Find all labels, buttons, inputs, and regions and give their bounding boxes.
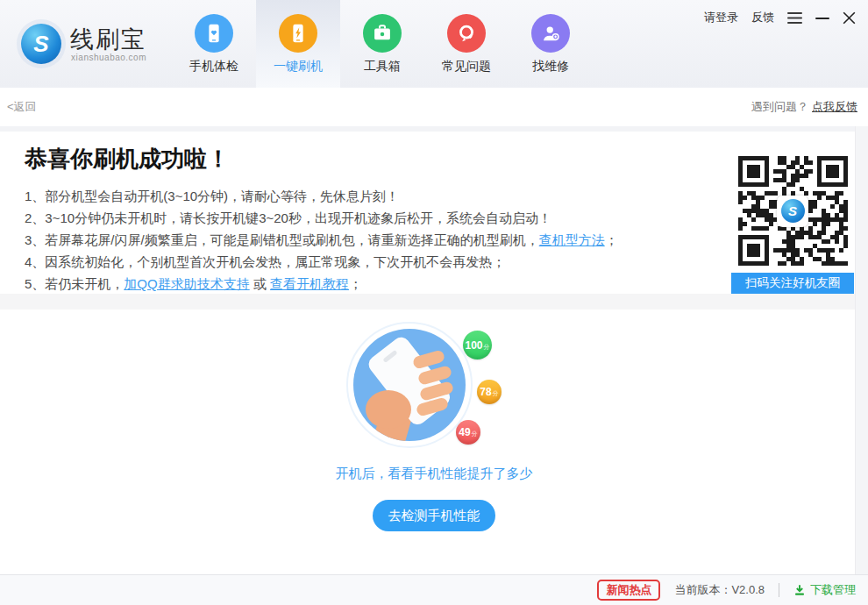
version-text: 当前版本：V2.0.8: [674, 582, 765, 598]
footer: 新闻热点 当前版本：V2.0.8 下载管理: [0, 574, 868, 605]
brand-logo: S 线刷宝 xianshuabao.com: [0, 0, 172, 88]
tip-line-5: 5、若仍未开机，加QQ群求助技术支持 或 查看开机教程；: [25, 273, 717, 295]
header: S 线刷宝 xianshuabao.com 手机体检: [0, 0, 868, 88]
tip-text: 或: [250, 276, 270, 291]
performance-section: 100分 78分 49分 开机后，看看手机性能提升了多少 去检测手机性能: [0, 310, 868, 575]
app-window: S 线刷宝 xianshuabao.com 手机体检: [0, 0, 868, 605]
score-badge-49: 49分: [456, 420, 480, 445]
back-button[interactable]: <返回: [7, 99, 37, 115]
brand-name: 线刷宝: [70, 26, 146, 53]
performance-caption: 开机后，看看手机性能提升了多少: [336, 466, 533, 482]
toolbox-icon: [363, 14, 402, 53]
tip-line-2: 2、3~10分钟仍未开机时，请长按开机键3~20秒，出现开机迹象后松开，系统会自…: [25, 207, 717, 229]
tip-text: ；: [349, 276, 362, 291]
tip-text: 4、因系统初始化，个别机型首次开机会发热，属正常现象，下次开机不会再发热；: [25, 254, 505, 269]
issue-prompt: 遇到问题？: [751, 99, 808, 115]
phone-heart-icon: [195, 14, 233, 53]
download-manager-link[interactable]: 下载管理: [793, 582, 856, 598]
issue-feedback-link[interactable]: 点我反馈: [812, 99, 857, 115]
subbar: <返回 遇到问题？ 点我反馈: [0, 88, 868, 126]
tip-line-3: 3、若屏幕花屏/闪屏/频繁重启，可能是刷错机型或刷机包，请重新选择正确的机型刷机…: [25, 229, 717, 251]
score-badge-100: 100分: [463, 331, 492, 359]
brand-text: 线刷宝 xianshuabao.com: [70, 26, 146, 62]
check-performance-button[interactable]: 去检测手机性能: [373, 500, 495, 531]
qr-center-logo: S: [777, 196, 808, 227]
phone-flash-icon: [279, 14, 317, 53]
flash-success-section: 恭喜你刷机成功啦！ 1、部分机型会自动开机(3~10分钟)，请耐心等待，先休息片…: [0, 132, 868, 294]
main-nav: 手机体检 一键刷机: [172, 0, 593, 88]
tip-text: 1、部分机型会自动开机(3~10分钟)，请耐心等待，先休息片刻！: [25, 189, 399, 203]
nav-item-one-key-flash[interactable]: 一键刷机: [256, 0, 340, 88]
brand-domain: xianshuabao.com: [71, 53, 146, 62]
badge-value: 78: [480, 386, 491, 398]
download-icon: [793, 584, 806, 596]
badge-unit: 分: [472, 430, 478, 438]
qr-code: S: [738, 156, 848, 266]
badge-unit: 分: [484, 343, 490, 352]
qq-group-link[interactable]: 加QQ群求助技术支持: [124, 276, 249, 291]
tips-list: 1、部分机型会自动开机(3~10分钟)，请耐心等待，先休息片刻！ 2、3~10分…: [25, 185, 717, 295]
minimize-icon[interactable]: [815, 11, 829, 24]
tip-text: ；: [605, 232, 618, 247]
brand-logo-icon: S: [21, 24, 61, 64]
issue-help: 遇到问题？ 点我反馈: [751, 99, 857, 115]
nav-item-label: 工具箱: [364, 59, 401, 75]
tip-text: 3、若屏幕花屏/闪屏/频繁重启，可能是刷错机型或刷机包，请重新选择正确的机型刷机…: [25, 232, 539, 247]
nav-item-label: 一键刷机: [274, 59, 323, 75]
question-bubble-icon: [447, 14, 486, 53]
nav-item-label: 手机体检: [189, 59, 238, 75]
nav-item-faq[interactable]: 常见问题: [424, 0, 509, 88]
feedback-link[interactable]: 反馈: [751, 10, 774, 25]
score-badge-78: 78分: [477, 380, 502, 404]
nav-item-label: 常见问题: [442, 59, 491, 75]
badge-value: 100: [465, 339, 482, 352]
login-link[interactable]: 请登录: [704, 10, 738, 25]
illustration: 100分 78分 49分: [346, 318, 522, 459]
boot-tutorial-link[interactable]: 查看开机教程: [270, 276, 349, 291]
section-divider: [0, 294, 868, 310]
repairman-icon: [531, 14, 570, 53]
nav-item-find-repair[interactable]: 找维修: [509, 0, 593, 88]
close-icon[interactable]: [843, 11, 856, 25]
qr-column: S 扫码关注好机友圈: [731, 156, 854, 294]
badge-value: 49: [459, 426, 470, 438]
qr-banner-label: 扫码关注好机友圈: [731, 273, 854, 294]
tip-text: 5、若仍未开机，: [25, 276, 124, 291]
tip-line-1: 1、部分机型会自动开机(3~10分钟)，请耐心等待，先休息片刻！: [25, 185, 717, 207]
page-title: 恭喜你刷机成功啦！: [25, 144, 843, 174]
scrollbar-track[interactable]: [855, 126, 868, 574]
nav-item-toolbox[interactable]: 工具箱: [340, 0, 424, 88]
tip-text: 2、3~10分钟仍未开机时，请长按开机键3~20秒，出现开机迹象后松开，系统会自…: [25, 210, 551, 225]
badge-unit: 分: [493, 389, 499, 398]
check-model-link[interactable]: 查机型方法: [539, 232, 605, 247]
nav-item-phone-checkup[interactable]: 手机体检: [172, 0, 256, 88]
window-controls: 请登录 反馈: [704, 10, 856, 25]
tip-line-4: 4、因系统初始化，个别机型首次开机会发热，属正常现象，下次开机不会再发热；: [25, 251, 717, 273]
nav-item-label: 找维修: [532, 59, 569, 75]
menu-icon[interactable]: [787, 12, 802, 24]
footer-divider: [779, 583, 779, 597]
news-hotspot-button[interactable]: 新闻热点: [597, 580, 660, 601]
download-label: 下载管理: [810, 582, 856, 598]
